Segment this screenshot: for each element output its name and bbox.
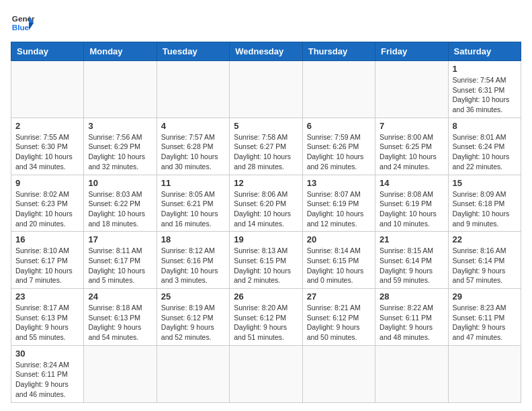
day-number: 4	[161, 121, 225, 131]
week-row-1: 2Sunrise: 7:55 AM Sunset: 6:30 PM Daylig…	[11, 118, 521, 175]
day-number: 15	[453, 178, 517, 188]
week-row-5: 30Sunrise: 8:24 AM Sunset: 6:11 PM Dayli…	[11, 345, 521, 402]
day-info: Sunrise: 8:13 AM Sunset: 6:15 PM Dayligh…	[234, 246, 298, 285]
day-number: 21	[380, 234, 443, 244]
day-number: 27	[307, 291, 371, 302]
calendar-cell: 30Sunrise: 8:24 AM Sunset: 6:11 PM Dayli…	[11, 345, 84, 402]
calendar-cell: 15Sunrise: 8:09 AM Sunset: 6:18 PM Dayli…	[448, 175, 521, 232]
calendar-cell: 3Sunrise: 7:56 AM Sunset: 6:29 PM Daylig…	[84, 118, 157, 175]
calendar-cell: 16Sunrise: 8:10 AM Sunset: 6:17 PM Dayli…	[11, 232, 84, 289]
calendar-cell: 23Sunrise: 8:17 AM Sunset: 6:13 PM Dayli…	[11, 289, 84, 346]
day-number: 6	[307, 121, 371, 131]
day-info: Sunrise: 8:01 AM Sunset: 6:24 PM Dayligh…	[453, 132, 517, 172]
calendar-cell: 7Sunrise: 8:00 AM Sunset: 6:25 PM Daylig…	[375, 118, 448, 175]
calendar-cell: 8Sunrise: 8:01 AM Sunset: 6:24 PM Daylig…	[448, 118, 521, 175]
calendar-cell: 2Sunrise: 7:55 AM Sunset: 6:30 PM Daylig…	[11, 118, 84, 175]
day-number: 5	[234, 121, 298, 131]
day-number: 10	[88, 178, 152, 188]
day-number: 1	[453, 64, 517, 74]
week-row-2: 9Sunrise: 8:02 AM Sunset: 6:23 PM Daylig…	[11, 175, 521, 232]
day-info: Sunrise: 8:17 AM Sunset: 6:13 PM Dayligh…	[15, 303, 79, 342]
day-info: Sunrise: 8:15 AM Sunset: 6:14 PM Dayligh…	[380, 246, 443, 285]
weekday-header-friday: Friday	[375, 42, 448, 61]
calendar-cell: 20Sunrise: 8:14 AM Sunset: 6:15 PM Dayli…	[302, 232, 375, 289]
day-number: 25	[161, 291, 225, 302]
svg-marker-3	[29, 23, 34, 30]
calendar-cell: 10Sunrise: 8:03 AM Sunset: 6:22 PM Dayli…	[84, 175, 157, 232]
day-number: 28	[380, 291, 443, 302]
day-info: Sunrise: 8:12 AM Sunset: 6:16 PM Dayligh…	[161, 246, 225, 285]
week-row-0: 1Sunrise: 7:54 AM Sunset: 6:31 PM Daylig…	[11, 61, 521, 118]
calendar-cell: 28Sunrise: 8:22 AM Sunset: 6:11 PM Dayli…	[375, 289, 448, 346]
calendar-cell	[448, 345, 521, 402]
day-info: Sunrise: 8:20 AM Sunset: 6:12 PM Dayligh…	[234, 303, 298, 342]
day-info: Sunrise: 8:22 AM Sunset: 6:11 PM Dayligh…	[380, 303, 443, 342]
day-info: Sunrise: 7:59 AM Sunset: 6:26 PM Dayligh…	[307, 132, 371, 172]
calendar-cell	[302, 61, 375, 118]
day-info: Sunrise: 8:23 AM Sunset: 6:11 PM Dayligh…	[453, 303, 517, 342]
weekday-header-wednesday: Wednesday	[230, 42, 302, 61]
day-number: 9	[15, 178, 79, 188]
day-number: 29	[453, 291, 517, 302]
day-info: Sunrise: 8:10 AM Sunset: 6:17 PM Dayligh…	[15, 246, 79, 285]
calendar-cell: 12Sunrise: 8:06 AM Sunset: 6:20 PM Dayli…	[230, 175, 302, 232]
calendar-cell: 11Sunrise: 8:05 AM Sunset: 6:21 PM Dayli…	[157, 175, 229, 232]
day-info: Sunrise: 8:24 AM Sunset: 6:11 PM Dayligh…	[15, 360, 79, 400]
day-number: 12	[234, 178, 298, 188]
day-info: Sunrise: 8:09 AM Sunset: 6:18 PM Dayligh…	[453, 189, 517, 229]
logo: General Blue	[11, 11, 35, 35]
calendar: SundayMondayTuesdayWednesdayThursdayFrid…	[11, 42, 521, 403]
day-number: 23	[15, 291, 79, 302]
calendar-cell	[11, 61, 84, 118]
day-number: 17	[88, 234, 152, 244]
day-info: Sunrise: 8:14 AM Sunset: 6:15 PM Dayligh…	[307, 246, 371, 285]
day-number: 8	[453, 121, 517, 131]
day-number: 13	[307, 178, 371, 188]
day-info: Sunrise: 8:19 AM Sunset: 6:12 PM Dayligh…	[161, 303, 225, 342]
day-number: 24	[88, 291, 152, 302]
week-row-3: 16Sunrise: 8:10 AM Sunset: 6:17 PM Dayli…	[11, 232, 521, 289]
day-number: 7	[380, 121, 443, 131]
calendar-cell	[230, 61, 302, 118]
weekday-header-saturday: Saturday	[448, 42, 521, 61]
day-info: Sunrise: 8:05 AM Sunset: 6:21 PM Dayligh…	[161, 189, 225, 229]
calendar-cell: 6Sunrise: 7:59 AM Sunset: 6:26 PM Daylig…	[302, 118, 375, 175]
week-row-4: 23Sunrise: 8:17 AM Sunset: 6:13 PM Dayli…	[11, 289, 521, 346]
day-number: 16	[15, 234, 79, 244]
weekday-header-monday: Monday	[84, 42, 157, 61]
day-info: Sunrise: 8:11 AM Sunset: 6:17 PM Dayligh…	[88, 246, 152, 285]
weekday-header-tuesday: Tuesday	[157, 42, 229, 61]
day-number: 2	[15, 121, 79, 131]
day-info: Sunrise: 7:56 AM Sunset: 6:29 PM Dayligh…	[88, 132, 152, 172]
day-info: Sunrise: 8:06 AM Sunset: 6:20 PM Dayligh…	[234, 189, 298, 229]
calendar-cell: 4Sunrise: 7:57 AM Sunset: 6:28 PM Daylig…	[157, 118, 229, 175]
svg-text:Blue: Blue	[12, 23, 30, 32]
day-number: 18	[161, 234, 225, 244]
calendar-cell: 19Sunrise: 8:13 AM Sunset: 6:15 PM Dayli…	[230, 232, 302, 289]
calendar-cell: 24Sunrise: 8:18 AM Sunset: 6:13 PM Dayli…	[84, 289, 157, 346]
day-info: Sunrise: 8:16 AM Sunset: 6:14 PM Dayligh…	[453, 246, 517, 285]
calendar-cell	[375, 61, 448, 118]
calendar-cell	[84, 61, 157, 118]
day-number: 20	[307, 234, 371, 244]
day-info: Sunrise: 7:57 AM Sunset: 6:28 PM Dayligh…	[161, 132, 225, 172]
day-info: Sunrise: 7:54 AM Sunset: 6:31 PM Dayligh…	[453, 75, 517, 115]
calendar-cell: 22Sunrise: 8:16 AM Sunset: 6:14 PM Dayli…	[448, 232, 521, 289]
calendar-cell: 9Sunrise: 8:02 AM Sunset: 6:23 PM Daylig…	[11, 175, 84, 232]
weekday-header-row: SundayMondayTuesdayWednesdayThursdayFrid…	[11, 42, 521, 61]
calendar-cell	[302, 345, 375, 402]
day-info: Sunrise: 7:55 AM Sunset: 6:30 PM Dayligh…	[15, 132, 79, 172]
day-info: Sunrise: 8:08 AM Sunset: 6:19 PM Dayligh…	[380, 189, 443, 229]
calendar-cell	[84, 345, 157, 402]
day-number: 26	[234, 291, 298, 302]
calendar-cell: 18Sunrise: 8:12 AM Sunset: 6:16 PM Dayli…	[157, 232, 229, 289]
day-info: Sunrise: 7:58 AM Sunset: 6:27 PM Dayligh…	[234, 132, 298, 172]
day-info: Sunrise: 8:03 AM Sunset: 6:22 PM Dayligh…	[88, 189, 152, 229]
calendar-cell	[230, 345, 302, 402]
calendar-cell: 13Sunrise: 8:07 AM Sunset: 6:19 PM Dayli…	[302, 175, 375, 232]
calendar-cell: 1Sunrise: 7:54 AM Sunset: 6:31 PM Daylig…	[448, 61, 521, 118]
day-number: 14	[380, 178, 443, 188]
day-number: 19	[234, 234, 298, 244]
calendar-cell	[157, 345, 229, 402]
day-info: Sunrise: 8:00 AM Sunset: 6:25 PM Dayligh…	[380, 132, 443, 172]
